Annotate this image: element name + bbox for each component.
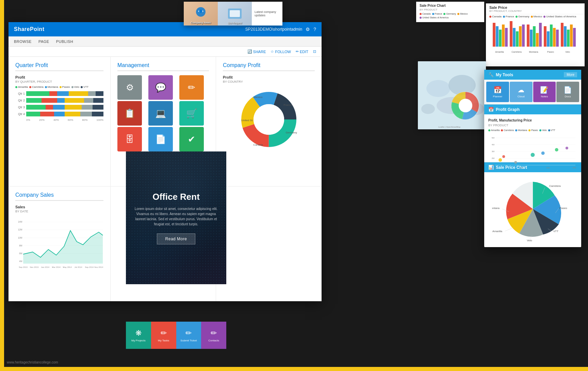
dot-sp-canada	[420, 13, 422, 15]
svg-rect-1	[496, 26, 499, 47]
svg-point-82	[514, 161, 517, 164]
svg-rect-24	[573, 28, 576, 47]
seg-q1-vtt	[96, 91, 103, 96]
scatter-dot-amarilla	[488, 129, 490, 131]
legend-carretera: Carretera	[29, 85, 44, 88]
dot-paseo	[60, 86, 62, 88]
company-profit-section: Company Profit Profit BY COUNTRY	[216, 57, 322, 187]
sp-nav: BROWSE PAGE PUBLISH	[9, 36, 322, 47]
svg-point-83	[530, 153, 535, 157]
legend-france: France	[503, 15, 514, 18]
svg-text:France: France	[283, 103, 292, 107]
scatter-leg-carretera: Carretera	[501, 129, 514, 131]
action-expand[interactable]: ⊡	[313, 49, 316, 54]
svg-point-81	[499, 158, 502, 162]
seg-q4-amarilla	[26, 112, 40, 116]
mgmt-tile-computer[interactable]: 💻	[148, 101, 173, 126]
tool-planner[interactable]: 📅 Planner	[486, 82, 509, 102]
dot-vtt	[81, 86, 83, 88]
action-follow[interactable]: ☆ FOLLOW	[271, 49, 291, 54]
profit-chart-label: Profit	[15, 75, 103, 79]
nav-page[interactable]: PAGE	[38, 39, 49, 44]
svg-text:3M: 3M	[492, 150, 494, 152]
svg-text:Carretera: Carretera	[511, 51, 522, 53]
help-icon[interactable]: ?	[313, 27, 316, 32]
svg-text:Canada: Canada	[253, 143, 263, 146]
svg-rect-7	[516, 31, 519, 47]
seg-q3-velo	[82, 105, 93, 110]
legend-dot-usa	[543, 16, 545, 18]
quarter-bar-chart: Qtr 1 Qtr 2	[15, 91, 103, 122]
sales-chart-sublabel: BY DATE	[15, 210, 103, 213]
donut-container: France Germany Canada United St. Mexico	[238, 89, 299, 151]
svg-rect-16	[547, 31, 550, 47]
svg-text:Sep 2014: Sep 2014	[85, 266, 94, 268]
dot-sp-france	[432, 13, 434, 15]
svg-text:Germany: Germany	[286, 131, 297, 134]
tool-docs[interactable]: 📄 Docs	[556, 82, 579, 102]
svg-point-101	[426, 80, 450, 97]
svg-rect-11	[530, 30, 533, 47]
mgmt-tile-chat[interactable]: 💬	[148, 75, 173, 100]
tools-header-icon: 🔧	[488, 72, 494, 77]
svg-text:30K: 30K	[573, 167, 576, 169]
legend-amarilla: Amarilla	[15, 85, 28, 88]
seg-q1-carretera	[49, 91, 57, 96]
scatter-leg-vtt: VTT	[548, 129, 555, 131]
seg-q1-velo	[88, 91, 96, 96]
nav-publish[interactable]: PUBLISH	[56, 39, 74, 44]
tool-cloud[interactable]: ☁ Cloud	[510, 82, 533, 102]
mgmt-tile-file[interactable]: 📄	[148, 127, 173, 151]
seg-q2-paseo	[65, 98, 84, 103]
watermark: www.heritagechristiancollege.com	[7, 360, 58, 364]
svg-point-84	[541, 151, 545, 155]
svg-point-104	[421, 104, 435, 114]
icon-my-projects[interactable]: ❋ My Projects	[126, 322, 151, 349]
tool-notes[interactable]: 📝 Notes	[533, 82, 556, 102]
legend-usa: United States of America	[543, 15, 576, 18]
scatter-leg-velo: Velo	[539, 129, 547, 131]
svg-point-86	[555, 148, 558, 151]
dot-montana	[45, 86, 47, 88]
svg-rect-5	[510, 21, 512, 47]
svg-text:Amarilla: Amarilla	[492, 230, 502, 233]
docs-label: Docs	[565, 95, 571, 98]
svg-text:5M: 5M	[492, 137, 494, 139]
action-share[interactable]: 🔄 SHARE	[247, 49, 266, 54]
seg-q4-montana	[54, 112, 65, 116]
bar-row-qtr2: Qtr 2	[15, 98, 103, 103]
scatter-dot-vtt	[548, 129, 550, 131]
svg-rect-8	[519, 26, 522, 47]
icon-submit-ticket[interactable]: ✏ Submit Ticket	[176, 322, 201, 349]
mgmt-tile-database[interactable]: 🗄	[117, 127, 142, 151]
seg-q1-paseo	[69, 91, 88, 96]
scatter-leg-paseo: Paseo	[528, 129, 538, 131]
seg-q3-montana	[53, 105, 65, 110]
svg-text:Montana: Montana	[529, 51, 538, 53]
sale-price-pie-svg: Carretera Paseo VTT Velo Amarilla Montan…	[492, 175, 574, 243]
legend-montana: Montana	[45, 85, 58, 88]
mgmt-tile-cart[interactable]: 🛒	[179, 101, 204, 126]
company-sales-section: Company Sales Sales BY DATE 14M 12M 10M …	[9, 187, 111, 302]
management-grid: ⚙ 💬 ✏ 📋 💻 🛒 🗄 📄 ✔	[117, 75, 209, 151]
settings-icon[interactable]: ⚙	[306, 27, 310, 32]
mgmt-tile-settings[interactable]: ⚙	[117, 75, 142, 100]
action-edit[interactable]: ✏ EDIT	[296, 49, 308, 54]
mgmt-tile-check[interactable]: ✔	[179, 127, 204, 151]
mgmt-tile-docs[interactable]: 📋	[117, 101, 142, 126]
scatter-leg-amarilla: Amarilla	[488, 129, 500, 131]
my-tools-section: 🔧 My Tools More 📅 Planner ☁ Cloud 📝 Note…	[484, 70, 581, 104]
mgmt-tile-edit[interactable]: ✏	[179, 75, 204, 100]
icon-my-tasks[interactable]: ✏ My Tasks	[151, 322, 176, 349]
svg-text:Leaflet | OpenStreetMap: Leaflet | OpenStreetMap	[438, 126, 461, 128]
my-tools-more[interactable]: More	[564, 72, 577, 77]
map-svg: Leaflet | OpenStreetMap	[418, 61, 486, 129]
nav-browse[interactable]: BROWSE	[14, 39, 32, 44]
icon-contacts[interactable]: ✏ Contacts	[201, 322, 226, 349]
read-more-button[interactable]: Read More	[157, 233, 196, 244]
svg-rect-10	[527, 25, 529, 47]
sp-actions: 🔄 SHARE ☆ FOLLOW ✏ EDIT ⊡	[9, 47, 322, 57]
top-chart-legend: Canada France Germany Mexico United Stat…	[486, 14, 585, 19]
sp-username: SP2013DEMO\shortpointadmin	[245, 27, 302, 32]
sale-price-chart-section: 📊 Sale Price Chart	[484, 162, 581, 247]
